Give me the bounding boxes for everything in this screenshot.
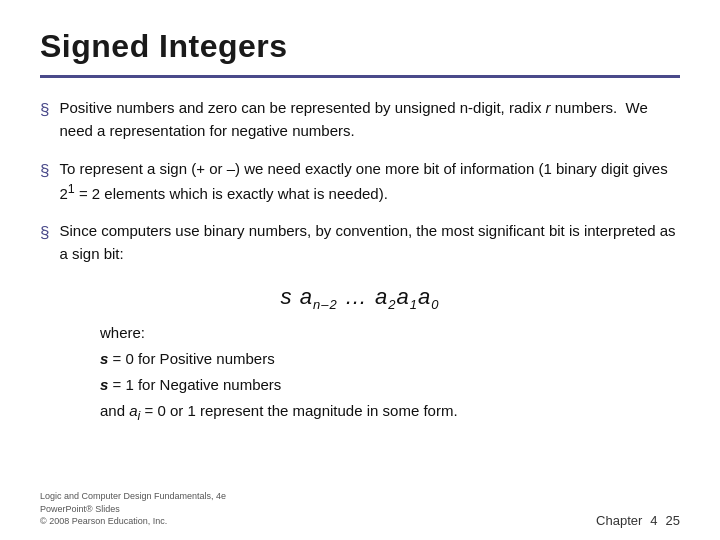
bullet-icon-2: §	[40, 158, 49, 184]
footer-chapter-label: Chapter	[596, 513, 642, 528]
content-area: § Positive numbers and zero can be repre…	[40, 96, 680, 426]
footer-line3: © 2008 Pearson Education, Inc.	[40, 515, 226, 528]
bullet-text-3: Since computers use binary numbers, by c…	[59, 219, 680, 266]
bullet-icon-1: §	[40, 97, 49, 123]
footer-right: Chapter 4 25	[596, 513, 680, 528]
footer-page-number: 25	[666, 513, 680, 528]
footer: Logic and Computer Design Fundamentals, …	[0, 490, 720, 528]
formula-display: s an–2 … a2a1a0	[281, 284, 440, 309]
footer-left: Logic and Computer Design Fundamentals, …	[40, 490, 226, 528]
footer-line1: Logic and Computer Design Fundamentals, …	[40, 490, 226, 503]
where-ai: and ai = 0 or 1 represent the magnitude …	[100, 399, 680, 426]
slide-title: Signed Integers	[40, 28, 680, 65]
bullet-text-1: Positive numbers and zero can be represe…	[59, 96, 680, 143]
title-bar	[40, 75, 680, 78]
bullet-item-2: § To represent a sign (+ or –) we need e…	[40, 157, 680, 206]
bullet-icon-3: §	[40, 220, 49, 246]
slide: Signed Integers § Positive numbers and z…	[0, 0, 720, 540]
where-s0: s = 0 for Positive numbers	[100, 347, 680, 371]
bullet-item-3: § Since computers use binary numbers, by…	[40, 219, 680, 266]
bullet-text-2: To represent a sign (+ or –) we need exa…	[59, 157, 680, 206]
where-section: where: s = 0 for Positive numbers s = 1 …	[100, 321, 680, 426]
where-s1: s = 1 for Negative numbers	[100, 373, 680, 397]
bullet-item-1: § Positive numbers and zero can be repre…	[40, 96, 680, 143]
where-label: where:	[100, 321, 680, 345]
formula-section: s an–2 … a2a1a0	[40, 280, 680, 316]
footer-chapter-number: 4	[650, 513, 657, 528]
footer-line2: PowerPoint® Slides	[40, 503, 226, 516]
